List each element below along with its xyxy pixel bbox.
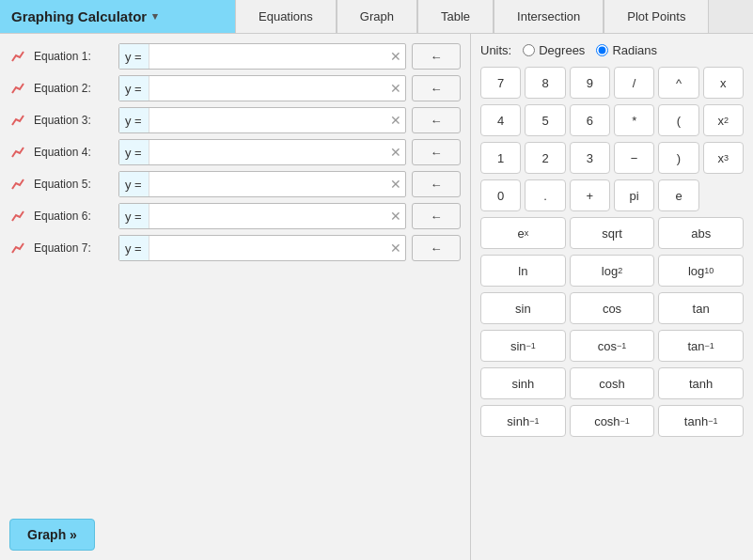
backspace-btn-3[interactable]: ← [412, 107, 461, 133]
calc-btn-sinh-inv[interactable]: sinh−1 [480, 405, 566, 437]
calc-btn-0[interactable]: 0 [480, 179, 521, 211]
backspace-btn-5[interactable]: ← [412, 171, 461, 197]
calc-btn-cosh-inv[interactable]: cosh−1 [570, 405, 655, 437]
calc-btn-sin-inv[interactable]: sin−1 [480, 330, 566, 362]
calc-btn-x2[interactable]: x2 [703, 104, 744, 136]
eq-input-group-5: y = ✕ [118, 171, 406, 197]
calc-btn-sinh[interactable]: sinh [480, 367, 566, 399]
calc-row-4: 0 . + pi e [480, 179, 744, 211]
radians-radio[interactable] [596, 44, 608, 56]
calc-btn-cosh[interactable]: cosh [570, 367, 655, 399]
backspace-btn-1[interactable]: ← [412, 43, 461, 70]
eq-clear-btn-2[interactable]: ✕ [386, 81, 405, 96]
degrees-radio-option[interactable]: Degrees [523, 43, 585, 57]
calc-btn-log10[interactable]: log10 [658, 255, 744, 287]
eq-clear-btn-4[interactable]: ✕ [386, 145, 405, 160]
eq-clear-btn-3[interactable]: ✕ [386, 113, 405, 128]
eq-clear-btn-6[interactable]: ✕ [386, 209, 405, 224]
eq-icon-2 [9, 79, 28, 98]
eq-input-group-6: y = ✕ [118, 203, 406, 229]
right-panel: Units: Degrees Radians 7 8 9 / ^ x 4 5 6… [470, 34, 753, 560]
calc-btn-dot[interactable]: . [525, 179, 565, 211]
tab-equations[interactable]: Equations [235, 0, 337, 33]
calc-btn-8[interactable]: 8 [525, 67, 565, 99]
calc-btn-9[interactable]: 9 [570, 67, 610, 99]
backspace-btn-7[interactable]: ← [412, 235, 461, 261]
graph-button[interactable]: Graph » [9, 519, 95, 551]
calc-btn-tan[interactable]: tan [658, 292, 744, 324]
y-equals-5: y = [119, 172, 149, 196]
y-equals-3: y = [119, 108, 149, 132]
calc-btn-pi[interactable]: pi [614, 179, 654, 211]
calc-btn-sqrt[interactable]: sqrt [570, 217, 655, 249]
calc-btn-ex[interactable]: ex [480, 217, 566, 249]
radians-radio-option[interactable]: Radians [596, 43, 657, 57]
eq-icon-4 [9, 143, 28, 162]
equation-input-2[interactable] [149, 82, 386, 96]
eq-icon-3 [9, 111, 28, 130]
calc-btn-minus[interactable]: − [614, 142, 654, 174]
calc-btn-2[interactable]: 2 [525, 142, 565, 174]
equation-label-3: Equation 3: [34, 114, 91, 127]
eq-input-group-2: y = ✕ [118, 75, 406, 101]
calc-btn-6[interactable]: 6 [570, 104, 610, 136]
calc-btn-cos-inv[interactable]: cos−1 [570, 330, 655, 362]
equation-input-6[interactable] [149, 210, 386, 224]
calc-btn-tan-inv[interactable]: tan−1 [658, 330, 744, 362]
equation-input-4[interactable] [149, 146, 386, 160]
tab-intersection[interactable]: Intersection [494, 0, 604, 33]
calc-btn-1[interactable]: 1 [480, 142, 521, 174]
calc-wide-row-4: sin−1 cos−1 tan−1 [480, 330, 744, 362]
left-panel: Equation 1: y = ✕ ← Equation 2: y = [0, 34, 470, 560]
calc-btn-x3[interactable]: x3 [703, 142, 744, 174]
graph-btn-row: Graph » [9, 507, 461, 551]
calc-btn-mul[interactable]: * [614, 104, 654, 136]
calc-btn-caret[interactable]: ^ [658, 67, 698, 99]
calc-btn-7[interactable]: 7 [480, 67, 521, 99]
tab-graph[interactable]: Graph [337, 0, 417, 33]
radians-label: Radians [612, 43, 657, 57]
calc-btn-log2[interactable]: log2 [570, 255, 655, 287]
equation-input-7[interactable] [149, 241, 386, 256]
degrees-radio[interactable] [523, 44, 535, 56]
calc-btn-tanh[interactable]: tanh [658, 367, 744, 399]
eq-clear-btn-1[interactable]: ✕ [386, 49, 405, 64]
calc-btn-tanh-inv[interactable]: tanh−1 [658, 405, 744, 437]
tab-plot-points[interactable]: Plot Points [604, 0, 709, 33]
calc-btn-3[interactable]: 3 [570, 142, 610, 174]
calc-btn-x[interactable]: x [703, 67, 744, 99]
equation-input-1[interactable] [149, 50, 386, 64]
equation-row-1: Equation 1: y = ✕ ← [9, 43, 461, 70]
eq-icon-5 [9, 175, 28, 194]
backspace-btn-4[interactable]: ← [412, 139, 461, 165]
equation-label-group-7: Equation 7: [9, 239, 113, 257]
calc-btn-abs[interactable]: abs [658, 217, 744, 249]
tab-table[interactable]: Table [417, 0, 494, 33]
calc-btn-e[interactable]: e [658, 179, 698, 211]
equation-label-6: Equation 6: [34, 210, 91, 223]
calc-btn-ln[interactable]: ln [480, 255, 566, 287]
equation-input-5[interactable] [149, 178, 386, 192]
calc-btn-4[interactable]: 4 [480, 104, 521, 136]
calc-btn-lparen[interactable]: ( [658, 104, 698, 136]
backspace-btn-2[interactable]: ← [412, 75, 461, 101]
calc-btn-plus[interactable]: + [570, 179, 610, 211]
equation-row-2: Equation 2: y = ✕ ← [9, 75, 461, 101]
top-nav: Graphing Calculator ▾ Equations Graph Ta… [0, 0, 753, 34]
eq-clear-btn-7[interactable]: ✕ [386, 241, 405, 256]
calc-btn-cos[interactable]: cos [570, 292, 655, 324]
units-row: Units: Degrees Radians [480, 43, 744, 57]
calc-btn-5[interactable]: 5 [525, 104, 565, 136]
y-equals-4: y = [119, 140, 149, 164]
calc-btn-div[interactable]: / [614, 67, 654, 99]
eq-clear-btn-5[interactable]: ✕ [386, 177, 405, 192]
eq-icon-7 [9, 239, 28, 257]
backspace-btn-6[interactable]: ← [412, 203, 461, 229]
equation-input-3[interactable] [149, 114, 386, 128]
calc-btn-sin[interactable]: sin [480, 292, 566, 324]
calc-btn-rparen[interactable]: ) [658, 142, 698, 174]
eq-input-group-7: y = ✕ [118, 235, 406, 261]
y-equals-2: y = [119, 76, 149, 101]
app-title[interactable]: Graphing Calculator ▾ [0, 0, 235, 33]
equation-row-4: Equation 4: y = ✕ ← [9, 139, 461, 165]
